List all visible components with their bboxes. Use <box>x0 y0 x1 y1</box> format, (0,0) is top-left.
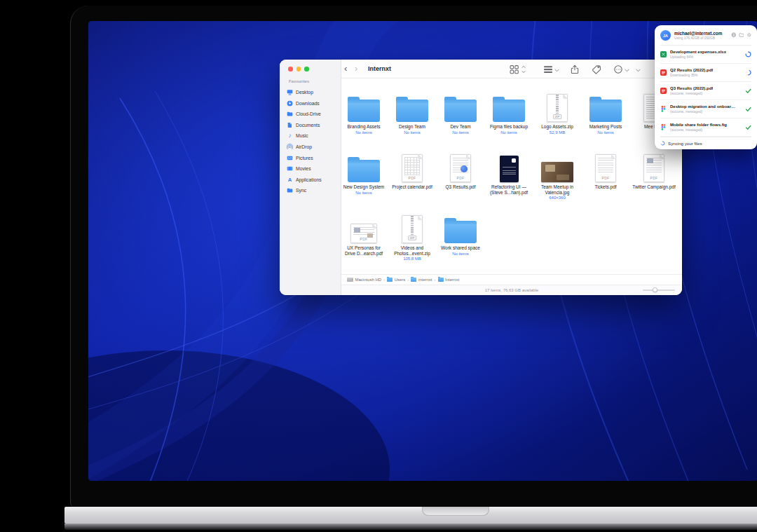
file-item[interactable]: PDF Project calendar.pdf <box>390 151 435 190</box>
forward-button[interactable]: › <box>355 60 357 79</box>
sync-item[interactable]: Mobile share folder flows.fig (success, … <box>660 118 751 137</box>
sync-status-footer: Syncing your files <box>660 137 751 149</box>
gear-icon[interactable] <box>746 32 752 39</box>
zip-file-icon: ZIP <box>547 94 568 122</box>
folder-icon <box>287 111 293 117</box>
breadcrumb-item[interactable]: internxt <box>411 278 432 282</box>
movies-icon <box>287 165 293 172</box>
avatar: JA <box>660 30 671 41</box>
breadcrumb-item[interactable]: Macintosh HD <box>347 278 381 282</box>
folder-icon[interactable] <box>739 32 744 39</box>
laptop-bottom-edge <box>64 524 757 530</box>
sync-item[interactable]: Q3 Results (2022).pdf (success, messaged… <box>660 82 751 100</box>
file-item[interactable]: Team Meetup in Valencia.jpg 640×360 <box>535 151 580 200</box>
airdrop-icon <box>287 144 293 150</box>
pictures-icon <box>287 155 293 161</box>
file-item[interactable]: Design Team No items <box>390 91 435 135</box>
finder-window: Favourites Desktop Downloads Cloud-Drive… <box>280 60 682 295</box>
breadcrumb-item[interactable]: Users <box>387 278 405 282</box>
file-item[interactable]: ZIP Logo Assets.zip 52,9 MB <box>535 91 580 135</box>
sidebar-item-music[interactable]: ♪ Music <box>287 131 339 140</box>
sidebar-item-desktop[interactable]: Desktop <box>287 88 339 97</box>
group-view-icon[interactable] <box>543 64 553 74</box>
sidebar-item-label: Pictures <box>296 156 313 161</box>
folder-icon <box>411 278 416 282</box>
finder-toolbar: ‹ › Internxt <box>341 60 682 79</box>
file-item[interactable]: Branding Assets No items <box>341 91 386 135</box>
sidebar-item-label: Desktop <box>296 90 313 95</box>
sidebar-item-pictures[interactable]: Pictures <box>287 154 339 163</box>
zoom-button[interactable] <box>304 67 309 71</box>
breadcrumb-item[interactable]: Internxt <box>438 278 460 282</box>
sync-item[interactable]: Q2 Results (2022).pdf Downloading 35% <box>660 64 751 82</box>
sync-spinner-icon <box>660 141 665 146</box>
sidebar-item-label: Downloads <box>296 101 320 106</box>
sidebar-item-sync[interactable]: Sync <box>287 186 339 195</box>
sidebar-item-airdrop[interactable]: AirDrop <box>287 142 339 151</box>
file-item[interactable]: PDF Q3 Results.pdf <box>438 151 483 190</box>
account-email: michael@internxt.com <box>674 31 722 36</box>
laptop-screen: Favourites Desktop Downloads Cloud-Drive… <box>88 21 757 481</box>
more-actions-icon[interactable] <box>613 64 623 74</box>
tag-icon[interactable] <box>592 64 601 74</box>
chevron-down-icon[interactable] <box>625 68 629 72</box>
back-button[interactable]: ‹ <box>344 60 347 79</box>
chevron-down-icon[interactable] <box>636 68 641 72</box>
sidebar-item-movies[interactable]: Movies <box>287 164 339 173</box>
image-thumbnail <box>647 158 653 163</box>
share-icon[interactable] <box>570 64 580 74</box>
pdf-file-icon: PDF <box>450 154 471 182</box>
pdf-icon <box>660 69 667 76</box>
svg-text:A: A <box>288 177 292 183</box>
pdf-file-icon: PDF <box>643 154 664 182</box>
sync-item[interactable]: Development expenses.xlsx Uploading 64% <box>660 46 751 64</box>
folder-icon <box>589 100 622 122</box>
chevron-down-icon[interactable] <box>554 68 559 72</box>
chevron-right-icon: › <box>435 278 436 282</box>
pdf-file-icon: PDF <box>350 224 377 243</box>
folder-icon <box>438 278 444 282</box>
laptop-deck <box>64 507 757 524</box>
file-item[interactable]: PDF UX Personas for Drive D...earch.pdf <box>341 212 386 256</box>
check-icon <box>745 106 751 112</box>
file-item[interactable]: Marketing Posts No items <box>583 91 628 135</box>
desktop-icon <box>287 89 293 95</box>
sidebar-item-label: Sync <box>296 188 306 193</box>
window-title: Internxt <box>368 60 391 79</box>
close-button[interactable] <box>288 67 293 71</box>
file-item[interactable]: New Design System No items <box>341 151 386 195</box>
progress-spinner-icon <box>745 51 751 57</box>
sidebar-item-documents[interactable]: Documents <box>287 121 339 130</box>
finder-sidebar: Favourites Desktop Downloads Cloud-Drive… <box>280 60 341 295</box>
sort-toggle-icon[interactable] <box>521 65 526 74</box>
file-item[interactable]: PDF Tickets.pdf <box>583 151 628 190</box>
folder-icon <box>396 100 428 122</box>
file-item[interactable]: ZIP Videos and Photos...event.zip 105,8 … <box>390 212 435 261</box>
pdf-file-icon: PDF <box>595 154 616 182</box>
grid-view-icon[interactable] <box>510 64 519 74</box>
sync-widget-popup: JA michael@internxt.com Using 176,42GB o… <box>655 25 757 149</box>
file-item[interactable]: Refactoring UI — (Steve S...han).pdf <box>486 151 531 195</box>
globe-icon[interactable] <box>731 32 737 39</box>
sidebar-item-cloud-drive[interactable]: Cloud-Drive <box>287 109 339 118</box>
applications-icon: A <box>287 177 293 183</box>
slider-track[interactable] <box>643 289 675 291</box>
pdf-icon <box>660 88 667 94</box>
chart-thumbnail <box>461 165 468 172</box>
chevron-right-icon: › <box>383 278 385 282</box>
sidebar-item-applications[interactable]: A Applications <box>287 175 339 184</box>
sidebar-item-downloads[interactable]: Downloads <box>287 99 339 108</box>
sync-item[interactable]: Desktop migration and onboardi... (succe… <box>660 100 751 118</box>
file-item[interactable]: Dev Team No items <box>438 91 483 135</box>
sidebar-item-label: Documents <box>296 123 320 128</box>
folder-icon <box>444 100 477 122</box>
laptop-lid-notch <box>422 507 489 516</box>
sidebar-item-label: Music <box>296 133 308 138</box>
icon-size-slider[interactable] <box>643 287 675 292</box>
slider-knob[interactable] <box>653 287 657 292</box>
minimize-button[interactable] <box>296 67 301 71</box>
file-item[interactable]: Figma files backup No items <box>486 91 531 135</box>
file-item[interactable]: PDF Twitter Campaign.pdf <box>632 151 676 190</box>
file-item[interactable]: Work shared space No items <box>438 212 483 256</box>
zip-file-icon: ZIP <box>402 215 423 243</box>
